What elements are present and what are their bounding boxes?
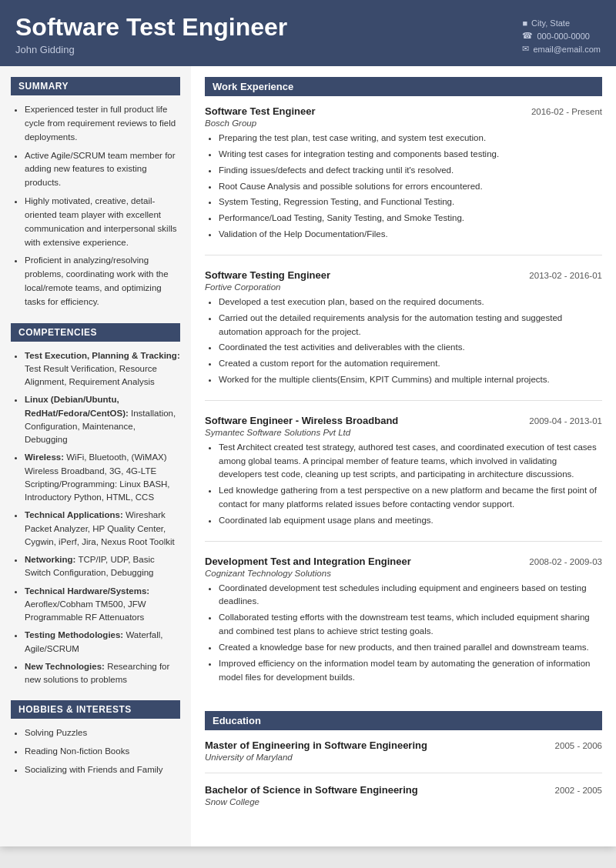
summary-item: Highly motivated, creative, detail-orien…: [25, 195, 180, 249]
competencies-title: Competencies: [11, 323, 180, 342]
competency-item: Testing Methodologies: Waterfall, Agile/…: [25, 629, 180, 656]
hobby-item: Socializing with Friends and Family: [25, 763, 180, 777]
phone-text: 000-000-0000: [537, 32, 590, 41]
job-bullet: Worked for the multiple clients(Ensim, K…: [219, 373, 602, 387]
job-bullet: Performance/Load Testing, Sanity Testing…: [219, 212, 602, 225]
job-2-title: Software Testing Engineer: [205, 269, 330, 281]
job-bullet: Finding issues/defects and defect tracki…: [219, 164, 602, 178]
summary-item: Proficient in analyzing/resolving proble…: [25, 254, 180, 309]
job-1-bullets: Preparing the test plan, test case writi…: [205, 132, 602, 242]
job-bullet: Created a knowledge base for new product…: [219, 641, 602, 655]
email-icon: ✉: [522, 44, 529, 54]
contact-phone: ☎ 000-000-0000: [522, 31, 590, 41]
edu-1: Master of Engineering in Software Engine…: [205, 739, 602, 773]
summary-section: Summary Experienced tester in full produ…: [11, 77, 180, 309]
edu-2-degree: Bachelor of Science in Software Engineer…: [205, 784, 418, 796]
job-3: Software Engineer - Wireless Broadband 2…: [205, 415, 602, 542]
resume-title: Software Test Engineer: [15, 14, 287, 41]
work-experience-section: Work Experience Software Test Engineer 2…: [205, 77, 602, 697]
contact-location: ■ City, State: [522, 18, 570, 28]
job-3-header: Software Engineer - Wireless Broadband 2…: [205, 415, 602, 426]
body: Summary Experienced tester in full produ…: [0, 66, 616, 846]
job-3-company: Symantec Software Solutions Pvt Ltd: [205, 428, 602, 437]
job-4-title: Development Test and Integration Enginee…: [205, 556, 411, 567]
edu-1-dates: 2005 - 2006: [555, 741, 602, 750]
candidate-name: John Gidding: [15, 44, 287, 55]
job-2-header: Software Testing Engineer 2013-02 - 2016…: [205, 269, 602, 281]
competency-item: Technical Applications: Wireshark Packet…: [25, 509, 180, 549]
job-bullet: Validation of the Help Documentation/Fil…: [219, 228, 602, 242]
hobby-item: Solving Puzzles: [25, 726, 180, 740]
job-bullet: Coordinated lab equipment usage plans an…: [219, 514, 602, 528]
contact-email: ✉ email@email.com: [522, 44, 601, 54]
job-bullet: Test Architect created test strategy, au…: [219, 441, 602, 482]
job-1: Software Test Engineer 2016-02 - Present…: [205, 105, 602, 255]
job-2-bullets: Developed a test execution plan, based o…: [205, 295, 602, 387]
job-bullet: Writing test cases for integration testi…: [219, 148, 602, 162]
competency-item: New Technologies: Researching for new so…: [25, 660, 180, 687]
job-4: Development Test and Integration Enginee…: [205, 556, 602, 698]
job-4-dates: 2008-02 - 2009-03: [529, 557, 602, 566]
edu-2-header: Bachelor of Science in Software Engineer…: [205, 784, 602, 796]
job-3-dates: 2009-04 - 2013-01: [529, 416, 602, 426]
education-title: Education: [205, 711, 602, 730]
job-bullet: System Testing, Regression Testing, and …: [219, 195, 602, 209]
hobbies-section: HOBBIES & INTERESTS Solving Puzzles Read…: [11, 700, 180, 776]
email-text: email@email.com: [533, 45, 601, 54]
resume-wrapper: Software Test Engineer John Gidding ■ Ci…: [0, 0, 616, 846]
phone-icon: ☎: [522, 31, 533, 41]
job-bullet: Developed a test execution plan, based o…: [219, 295, 602, 309]
sidebar: Summary Experienced tester in full produ…: [0, 66, 191, 846]
main-content: Work Experience Software Test Engineer 2…: [191, 66, 616, 846]
job-1-dates: 2016-02 - Present: [531, 107, 602, 116]
job-4-company: Cognizant Technology Solutions: [205, 569, 602, 578]
competency-item: Linux (Debian/Ubuntu, RedHat/Fedora/Cent…: [25, 393, 180, 446]
job-1-company: Bosch Group: [205, 119, 602, 128]
header-contact: ■ City, State ☎ 000-000-0000 ✉ email@ema…: [522, 18, 601, 54]
job-2-dates: 2013-02 - 2016-01: [529, 271, 602, 280]
job-2-company: Fortive Corporation: [205, 282, 602, 292]
job-4-bullets: Coordinated development test schedules i…: [205, 582, 602, 685]
job-bullet: Led knowledge gathering from a test pers…: [219, 484, 602, 512]
job-1-title: Software Test Engineer: [205, 105, 316, 117]
location-icon: ■: [522, 18, 527, 28]
edu-2: Bachelor of Science in Software Engineer…: [205, 784, 602, 817]
hobbies-title: HOBBIES & INTERESTS: [11, 700, 180, 719]
job-bullet: Collaborated testing efforts with the do…: [219, 611, 602, 639]
competencies-section: Competencies Test Execution, Planning & …: [11, 323, 180, 687]
header-left: Software Test Engineer John Gidding: [15, 14, 287, 55]
job-3-title: Software Engineer - Wireless Broadband: [205, 415, 398, 426]
edu-2-dates: 2002 - 2005: [555, 786, 602, 795]
job-2: Software Testing Engineer 2013-02 - 2016…: [205, 269, 602, 401]
competency-item: Test Execution, Planning & Tracking: Tes…: [25, 349, 180, 389]
job-bullet: Created a custom report for the automati…: [219, 357, 602, 371]
competency-item: Wireless: WiFi, Bluetooth, (WiMAX) Wirel…: [25, 451, 180, 504]
summary-item: Active Agile/SCRUM team member for addin…: [25, 149, 180, 190]
summary-list: Experienced tester in full product life …: [11, 103, 180, 309]
competency-item: Technical Hardware/Systems: Aeroflex/Cob…: [25, 585, 180, 625]
edu-2-school: Snow College: [205, 797, 602, 806]
summary-title: Summary: [11, 77, 180, 95]
location-text: City, State: [531, 18, 570, 28]
job-bullet: Preparing the test plan, test case writi…: [219, 132, 602, 145]
job-1-header: Software Test Engineer 2016-02 - Present: [205, 105, 602, 117]
header: Software Test Engineer John Gidding ■ Ci…: [0, 0, 616, 66]
hobby-item: Reading Non-fiction Books: [25, 745, 180, 759]
competencies-list: Test Execution, Planning & Tracking: Tes…: [11, 349, 180, 687]
edu-1-degree: Master of Engineering in Software Engine…: [205, 739, 427, 751]
hobbies-list: Solving Puzzles Reading Non-fiction Book…: [11, 726, 180, 776]
summary-item: Experienced tester in full product life …: [25, 103, 180, 144]
job-3-bullets: Test Architect created test strategy, au…: [205, 441, 602, 528]
edu-1-school: University of Maryland: [205, 753, 602, 762]
job-bullet: Improved efficiency on the information m…: [219, 657, 602, 685]
job-bullet: Coordinated development test schedules i…: [219, 582, 602, 609]
education-section: Education Master of Engineering in Softw…: [205, 711, 602, 817]
job-bullet: Coordinated the test activities and deli…: [219, 341, 602, 355]
job-bullet: Carried out the detailed requirements an…: [219, 312, 602, 339]
job-4-header: Development Test and Integration Enginee…: [205, 556, 602, 567]
work-experience-title: Work Experience: [205, 77, 602, 96]
edu-1-header: Master of Engineering in Software Engine…: [205, 739, 602, 751]
competency-item: Networking: TCP/IP, UDP, Basic Switch Co…: [25, 553, 180, 580]
job-bullet: Root Cause Analysis and possible solutio…: [219, 180, 602, 194]
